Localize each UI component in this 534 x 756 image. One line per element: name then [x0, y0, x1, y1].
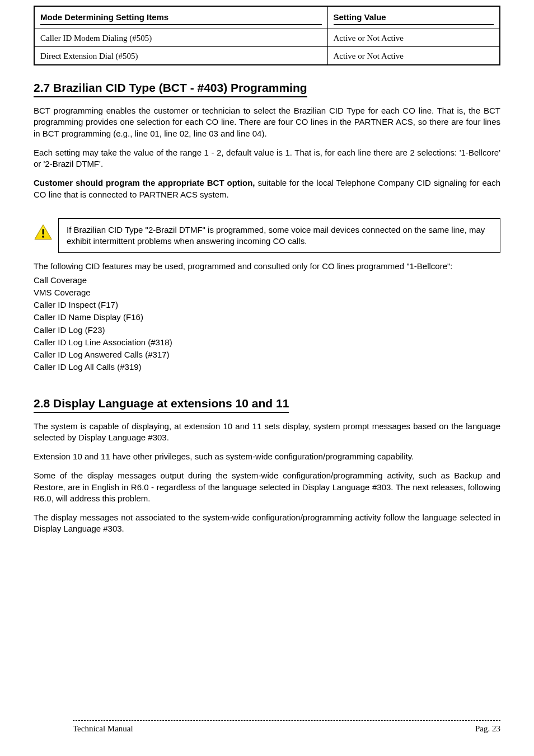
footer-right: Pag. 23: [475, 724, 500, 734]
list-item: Caller ID Inspect (F17): [34, 299, 500, 311]
table-row: Direct Extension Dial (#505) Active or N…: [35, 47, 500, 65]
list-item: Caller ID Log Line Association (#318): [34, 337, 500, 348]
table-header-right: Setting Value: [327, 7, 499, 29]
list-item: Caller ID Name Display (F16): [34, 312, 500, 323]
svg-rect-0: [43, 229, 44, 234]
table-cell-val: Active or Not Active: [327, 29, 499, 47]
table-header-left-text: Mode Determining Setting Items: [40, 12, 322, 25]
footer-left: Technical Manual: [73, 724, 133, 734]
footer-row: Technical Manual Pag. 23: [34, 724, 500, 734]
table-row: Caller ID Modem Dialing (#505) Active or…: [35, 29, 500, 47]
table-cell-desc: Caller ID Modem Dialing (#505): [35, 29, 328, 47]
section1-tail-intro: The following CID features may be used, …: [34, 261, 500, 272]
table-header-right-text: Setting Value: [334, 12, 494, 25]
page-footer: Technical Manual Pag. 23: [34, 720, 500, 734]
warning-triangle-icon: [34, 224, 53, 241]
section-heading-2-7: 2.7 Brazilian CID Type (BCT - #403) Prog…: [34, 81, 307, 97]
warning-icon: [34, 224, 55, 243]
list-item: Call Coverage: [34, 275, 500, 286]
section1-p2: Each setting may take the value of the r…: [34, 147, 500, 170]
section1-p3: Customer should program the appropriate …: [34, 177, 500, 200]
table-cell-desc: Direct Extension Dial (#505): [35, 47, 328, 65]
table: Mode Determining Setting Items Setting V…: [34, 6, 500, 65]
table-header-left: Mode Determining Setting Items: [35, 7, 328, 29]
list-item: Caller ID Log Answered Calls (#317): [34, 349, 500, 360]
section2-p1: The system is capable of displaying, at …: [34, 421, 500, 444]
settings-table: Mode Determining Setting Items Setting V…: [34, 6, 500, 65]
list-item: VMS Coverage: [34, 287, 500, 298]
section1-p3-bold: Customer should program the appropriate …: [34, 178, 255, 187]
list-item: Caller ID Log All Calls (#319): [34, 361, 500, 373]
svg-point-1: [42, 236, 44, 238]
warning-block: If Brazilian CID Type "2-Brazil DTMF" is…: [34, 218, 500, 253]
footer-rule: [73, 720, 500, 721]
section2-p2: Extension 10 and 11 have other privilege…: [34, 451, 500, 462]
section2-p3: Some of the display messages output duri…: [34, 470, 500, 504]
section2-p4: The display messages not associated to t…: [34, 512, 500, 535]
list-item: Caller ID Log (F23): [34, 325, 500, 336]
table-header-row: Mode Determining Setting Items Setting V…: [35, 7, 500, 29]
warning-text: If Brazilian CID Type "2-Brazil DTMF" is…: [58, 218, 500, 253]
section1-p1: BCT programming enables the customer or …: [34, 105, 500, 139]
table-cell-val: Active or Not Active: [327, 47, 499, 65]
section-heading-2-8: 2.8 Display Language at extensions 10 an…: [34, 397, 289, 413]
